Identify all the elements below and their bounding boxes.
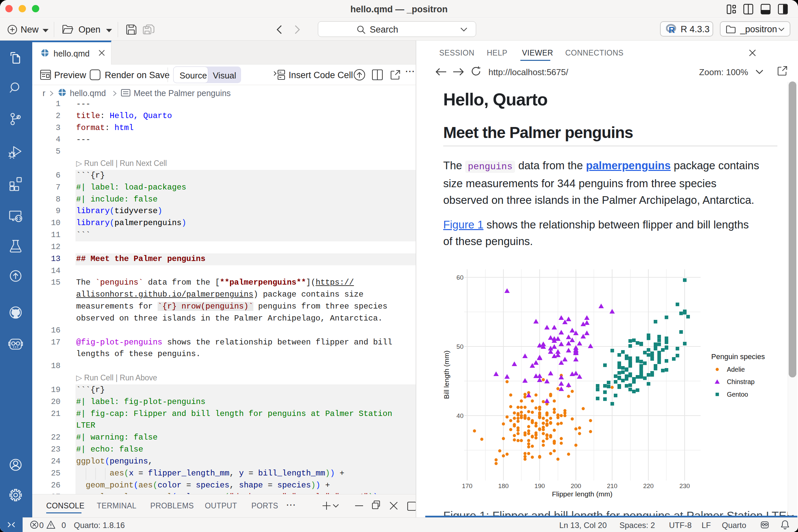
svg-text:220: 220 bbox=[643, 482, 654, 490]
svg-text:50: 50 bbox=[457, 343, 463, 350]
svg-text:Flipper length (mm): Flipper length (mm) bbox=[552, 490, 612, 498]
svg-text:180: 180 bbox=[498, 482, 509, 490]
svg-text:60: 60 bbox=[457, 274, 463, 281]
svg-text:170: 170 bbox=[462, 482, 473, 490]
svg-text:R: R bbox=[669, 25, 675, 34]
svg-text:40: 40 bbox=[457, 412, 463, 419]
svg-text:Bill length (mm): Bill length (mm) bbox=[442, 350, 450, 399]
svg-text:190: 190 bbox=[534, 482, 545, 490]
svg-text:210: 210 bbox=[607, 482, 618, 490]
svg-text:Penguin species: Penguin species bbox=[711, 353, 765, 361]
svg-text:200: 200 bbox=[571, 482, 581, 490]
svg-text:Adelie: Adelie bbox=[727, 366, 745, 373]
svg-text:Gentoo: Gentoo bbox=[727, 391, 748, 398]
svg-text:Chinstrap: Chinstrap bbox=[727, 378, 755, 385]
svg-text:230: 230 bbox=[679, 482, 690, 490]
